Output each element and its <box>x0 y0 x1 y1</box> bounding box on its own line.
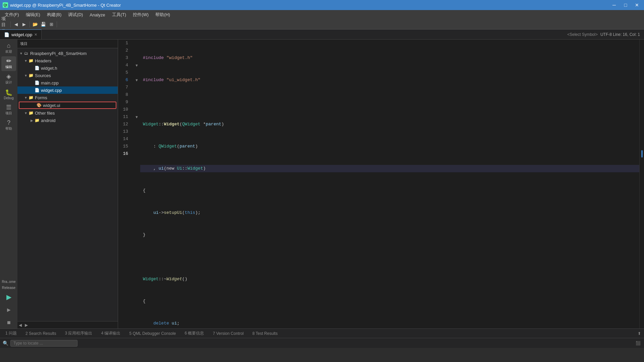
rfi-4 <box>640 62 644 69</box>
menu-build[interactable]: 构建(B) <box>44 10 65 19</box>
design-label: 设计 <box>5 80 12 85</box>
tree-other-files[interactable]: ▼ 📁 Other files <box>17 109 118 117</box>
panel-scroll-right[interactable]: ▶ <box>25 323 30 327</box>
ln-1: 1 <box>118 40 131 47</box>
toolbar-save-all[interactable]: ⊞ <box>48 21 55 28</box>
code-content[interactable]: #include "widget.h" #include "ui_widget.… <box>140 40 639 328</box>
edit-label: 编辑 <box>5 65 12 69</box>
btab-test[interactable]: 8 Test Results <box>248 330 281 337</box>
menubar: 文件(F) 编辑(E) 构建(B) 调试(D) Analyze 工具(T) 控件… <box>0 10 644 19</box>
release-label: Release <box>1 285 16 290</box>
root-arrow: ▼ <box>19 52 23 55</box>
btab-problems[interactable]: 1 问题 <box>1 329 21 337</box>
ln-7: 7 <box>118 84 131 91</box>
bottom-tabs: 1 问题 2 Search Results 3 应用程序输出 4 编译输出 5 … <box>0 328 644 338</box>
stop-button[interactable]: ⏹ <box>3 316 15 328</box>
btab-compile[interactable]: 4 编译输出 <box>97 329 124 337</box>
toolbar-save[interactable]: 💾 <box>40 21 47 28</box>
tree-widget-ui[interactable]: 🎨 widget.ui <box>19 102 116 109</box>
edit-icon: ✏ <box>6 58 11 64</box>
code-line-13: delete ui; <box>140 320 639 327</box>
project-panel: 项目 ▼ 🗂 RraspberryPi_4B_SmartHom ▼ 📁 Head… <box>17 40 118 328</box>
menu-debug[interactable]: 调试(D) <box>65 10 86 19</box>
fold-6[interactable]: ▼ <box>135 76 140 84</box>
close-button[interactable]: ✕ <box>633 2 641 8</box>
tabbar: 📄 widget.cpp ✕ <Select Symbol> UTF-8 Lin… <box>0 29 644 40</box>
tab-close-button[interactable]: ✕ <box>34 33 37 37</box>
search-expand[interactable]: ⬛ <box>635 340 641 347</box>
sidebar-icon-project[interactable]: ☰ 项目 <box>1 103 16 117</box>
other-files-icon: 📁 <box>28 111 34 115</box>
fold-4[interactable]: ▼ <box>135 62 140 69</box>
btab-qml-debug[interactable]: 5 QML Debugger Console <box>125 330 180 337</box>
tree-android[interactable]: ▶ 📁 android <box>17 117 118 124</box>
ln-10: 10 <box>118 106 131 113</box>
sidebar-icon-edit[interactable]: ✏ 编辑 <box>1 56 16 71</box>
sidebar-icon-design[interactable]: ◈ 设计 <box>1 72 16 86</box>
debug-icon: 🐛 <box>5 89 12 96</box>
btab-version-control[interactable]: 7 Version Control <box>209 330 248 337</box>
tree-headers[interactable]: ▼ 📁 Headers <box>17 57 118 64</box>
toolbar-back[interactable]: ◀ <box>12 21 20 28</box>
widget-cpp-icon: 📄 <box>34 88 40 93</box>
menu-edit[interactable]: 编辑(E) <box>22 10 44 19</box>
rfi-15 <box>640 143 644 150</box>
tree-main-cpp[interactable]: 📄 main.cpp <box>17 79 118 86</box>
sidebar-icon-debug[interactable]: 🐛 Debug <box>1 87 16 102</box>
sidebar-icon-help[interactable]: ? 帮助 <box>1 118 16 133</box>
code-line-9: } <box>140 231 639 239</box>
fold-15 <box>135 143 140 150</box>
fold-12 <box>135 121 140 128</box>
search-input[interactable] <box>10 340 77 347</box>
ln-4: 4 <box>118 62 131 69</box>
sidebar-icon-welcome[interactable]: ⌂ 欢迎 <box>1 41 16 56</box>
headers-label: Headers <box>35 58 51 63</box>
tree-forms[interactable]: ▼ 📁 Forms <box>17 94 118 101</box>
toolbar-project-dropdown[interactable]: 项目 ▼ <box>1 21 9 28</box>
project-tree: ▼ 🗂 RraspberryPi_4B_SmartHom ▼ 📁 Headers… <box>17 48 118 321</box>
debug-label: Debug <box>4 96 13 100</box>
widget-ui-label: widget.ui <box>43 103 60 108</box>
ln-15: 15 <box>118 143 131 150</box>
btab-expand[interactable]: ⬆ <box>636 330 643 337</box>
code-line-11: Widget::~Widget() <box>140 276 639 283</box>
menu-analyze[interactable]: Analyze <box>86 11 108 19</box>
help-icon: ? <box>7 120 10 126</box>
tree-root[interactable]: ▼ 🗂 RraspberryPi_4B_SmartHom <box>17 50 118 57</box>
tree-widget-cpp[interactable]: 📄 widget.cpp <box>17 86 118 94</box>
right-fold-indicator <box>639 40 644 328</box>
rfi-2 <box>640 47 644 54</box>
minimize-button[interactable]: ─ <box>610 2 619 8</box>
toolbar: 项目 ▼ ◀ ▶ 📂 💾 ⊞ <box>0 19 644 29</box>
project-panel-bottom: ◀ ▶ <box>17 321 118 328</box>
fold-11[interactable]: ▼ <box>135 113 140 121</box>
code-editor[interactable]: 1 2 3 4 5 6 7 8 9 10 11 12 13 14 15 16 <box>118 40 644 328</box>
sources-arrow: ▼ <box>23 74 28 77</box>
toolbar-open[interactable]: 📂 <box>32 21 39 28</box>
help-label: 帮助 <box>5 126 12 131</box>
ln-12: 12 <box>118 121 131 128</box>
menu-tools[interactable]: 工具(T) <box>109 10 130 19</box>
tree-sources[interactable]: ▼ 📁 Sources <box>17 72 118 79</box>
menu-help[interactable]: 帮助(H) <box>152 10 173 19</box>
rfi-13 <box>640 128 644 135</box>
maximize-button[interactable]: □ <box>621 2 630 8</box>
window-controls: ─ □ ✕ <box>610 2 641 8</box>
panel-scroll-left[interactable]: ◀ <box>19 323 23 327</box>
editor-area: 1 2 3 4 5 6 7 8 9 10 11 12 13 14 15 16 <box>118 40 644 328</box>
code-line-3 <box>140 99 639 106</box>
tree-widget-h[interactable]: 📄 widget.h <box>17 64 118 72</box>
toolbar-forward[interactable]: ▶ <box>20 21 28 28</box>
btab-app-output[interactable]: 3 应用程序输出 <box>61 329 96 337</box>
widget-h-icon: 📄 <box>34 66 40 70</box>
other-files-label: Other files <box>35 111 55 116</box>
menu-controls[interactable]: 控件(W) <box>129 10 152 19</box>
btab-search[interactable]: 2 Search Results <box>21 330 60 337</box>
run-debug-button[interactable]: ▶ <box>3 304 15 316</box>
select-symbol-label[interactable]: <Select Symbol> <box>567 32 598 37</box>
tab-widget-cpp[interactable]: 📄 widget.cpp ✕ <box>0 29 42 39</box>
main-cpp-label: main.cpp <box>41 80 59 85</box>
run-button[interactable]: ▶ <box>3 291 15 303</box>
btab-summary[interactable]: 6 概要信息 <box>180 329 208 337</box>
other-files-arrow: ▼ <box>23 111 28 115</box>
